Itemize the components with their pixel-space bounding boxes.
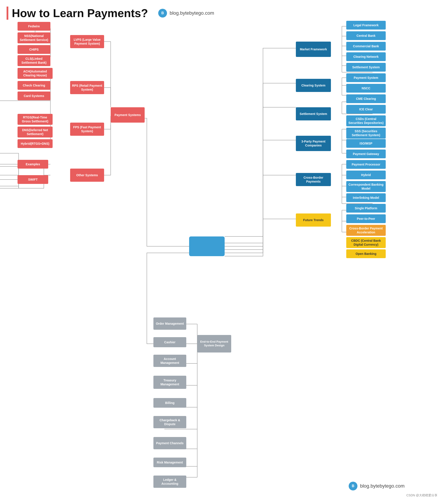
- chargeback-node: Chargeback & Dispute: [154, 416, 186, 428]
- nscc-node: NSCC: [346, 84, 386, 93]
- swift-node: SWIFT: [18, 175, 48, 184]
- billing-node: Billing: [154, 398, 186, 408]
- hybrid-fps-node: Hybrid(RTGS+DNS): [18, 139, 53, 148]
- account-management-node: Account Management: [154, 355, 186, 367]
- three-party-node: 3-Party Payment Companies: [296, 136, 331, 151]
- logo-icon: B: [158, 8, 167, 18]
- single-platform-node: Single Platform: [346, 204, 386, 213]
- e2e-node: End-to-End Payment System Design: [197, 335, 231, 353]
- interlinking-node: Interlinking Model: [346, 193, 386, 202]
- peer-to-peer-node: Peer-to-Peer: [346, 214, 386, 223]
- clearing-system-node: Clearing System: [296, 79, 331, 92]
- ice-clear-node: ICE Clear: [346, 105, 386, 114]
- correspondent-node: Correspondent Banking Model: [346, 181, 386, 192]
- settlement-system-mf-node: Settlement System: [346, 63, 386, 72]
- cross-border-node: Cross-Border Payments: [296, 173, 331, 186]
- payment-gateway-node: Payment Gateway: [346, 149, 386, 158]
- check-clearing-node: Check Clearing: [18, 81, 50, 90]
- ach-node: ACH(Automated Clearing House): [18, 68, 53, 79]
- cme-clearing-node: CME Clearing: [346, 94, 386, 103]
- csds-node: CSDs (Central Securities Depositories): [346, 115, 386, 126]
- ledger-accounting-node: Ledger & Accounting: [154, 476, 186, 488]
- legal-framework-node: Legal Framework: [346, 21, 386, 30]
- order-management-node: Order Management: [154, 317, 186, 330]
- footer-logo: B blog.bytebytego.com: [348, 481, 405, 491]
- fps-node: FPS (Fast Payment System): [70, 123, 104, 136]
- footer-logo-icon: B: [348, 481, 358, 491]
- cross-border-accel-node: Cross-Border Payment Acceleration: [346, 225, 386, 236]
- nss-node: NSS(National Settlement Service): [18, 32, 50, 43]
- dns-node: DNS(Deferred Net Settlement): [18, 126, 53, 138]
- central-bank-node: Central Bank: [346, 31, 386, 40]
- future-trends-node: Future Trends: [296, 214, 331, 227]
- risk-management-node: Risk Management: [154, 458, 186, 467]
- sss-node: SSS (Securities Settlement System): [346, 128, 386, 139]
- watermark: CSDN @大橙橙爱分享: [406, 493, 437, 497]
- footer-logo-text: blog.bytebytego.com: [360, 483, 405, 489]
- header-logo: B blog.bytebytego.com: [158, 8, 214, 18]
- cbdc-node: CBDC (Central Bank Digital Currency): [346, 237, 386, 248]
- commercial-bank-node: Commercial Bank: [346, 42, 386, 51]
- treasury-management-node: Treasury Management: [154, 376, 186, 389]
- payment-channels-node: Payment Channels: [154, 437, 186, 449]
- iso-msp-node: ISO/MSP: [346, 139, 386, 148]
- cls-node: CLS(Linked Settlement Bank): [18, 55, 50, 66]
- rps-node: RPS (Retail Payment System): [70, 81, 104, 94]
- cashier-node: Cashier: [154, 337, 186, 347]
- payment-processor-node: Payment Processor: [346, 160, 386, 169]
- payment-systems-node: Payment Systems: [111, 107, 145, 123]
- open-banking-node: Open Banking: [346, 249, 386, 258]
- other-systems-node: Other Systems: [70, 169, 104, 182]
- payment-system-mf-node: Payment System: [346, 73, 386, 82]
- rtgs-node: RTGS(Real-Time Gross Settlement): [18, 114, 53, 125]
- hybrid-cb-node: Hybrid: [346, 171, 386, 179]
- svg-text:B: B: [352, 484, 354, 488]
- svg-text:B: B: [161, 11, 164, 15]
- fedwire-node: Fedwire: [18, 22, 50, 31]
- examples-node: Examples: [18, 160, 48, 169]
- card-systems-node: Card Systems: [18, 91, 50, 100]
- chips-node: CHIPS: [18, 45, 50, 54]
- logo-text: blog.bytebytego.com: [170, 10, 214, 16]
- clearing-network-node: Clearing Network: [346, 52, 386, 61]
- lvps-node: LVPS (Large Value Payment System): [70, 35, 104, 48]
- center-node: [189, 236, 225, 256]
- market-framework-node: Market Framework: [296, 42, 331, 57]
- settlement-system-node: Settlement System: [296, 107, 331, 120]
- page-title: How to Learn Payments?: [7, 7, 148, 20]
